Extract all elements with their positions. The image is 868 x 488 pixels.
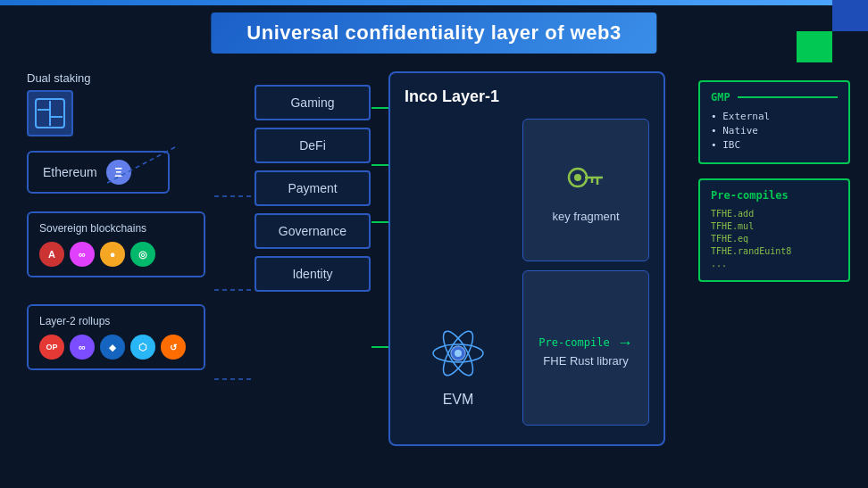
inco-layer-box: Inco Layer-1 EVM key [388,71,665,446]
gmp-item-native: Native [711,125,838,136]
precompile-item-add: TFHE.add [711,209,838,219]
precompile-item-rand: TFHE.randEuint8 [711,246,838,256]
sovereign-label: Sovereign blockchains [39,222,193,235]
gmp-title: GMP [711,91,730,103]
gmp-box: GMP External Native IBC [698,80,850,164]
evm-label: EVM [443,392,474,408]
gmp-divider [738,96,838,98]
gmp-item-external: External [711,111,838,122]
use-case-identity: Identity [255,256,371,292]
precompile-text: Pre-compile [538,336,609,349]
page-title: Universal confidentiality layer of web3 [246,21,621,45]
precompile-row: Pre-compile → [538,334,632,352]
corner-square-blue [832,0,868,31]
ethereum-icon: Ξ [106,160,131,185]
layer2-label: Layer-2 rollups [39,315,193,327]
svg-point-10 [574,174,581,181]
precompile-item-eq: TFHE.eq [711,234,838,244]
atom-icon [427,322,489,385]
use-case-governance: Governance [255,213,371,249]
use-cases-section: Gaming DeFi Payment Governance Identity [255,85,371,292]
use-case-payment: Payment [255,170,371,206]
chain-icon-5: ↺ [161,335,186,360]
svg-point-8 [455,350,462,357]
dual-staking-label: Dual staking [27,71,223,85]
sovereign-blockchains-box: Sovereign blockchains A ∞ ● ◎ [27,211,205,277]
arrow-right-icon: → [617,334,633,352]
gmp-item-ibc: IBC [711,139,838,151]
logo-icon [34,97,66,129]
chain-icon-polygon: ∞ [70,242,95,267]
left-section: Dual staking Ethereum Ξ Sovereign blockc… [27,71,223,370]
inco-title: Inco Layer-1 [405,87,649,106]
chain-icon-loop: ∞ [70,335,95,360]
chain-icon-op: OP [39,335,64,360]
corner-square-green [797,31,832,62]
use-case-gaming: Gaming [255,85,371,120]
logo-box [27,90,73,136]
right-section: GMP External Native IBC Pre-compiles TFH… [698,80,850,282]
layer2-rollups-box: Layer-2 rollups OP ∞ ◆ ⬡ ↺ [27,304,205,370]
sovereign-chain-icons: A ∞ ● ◎ [39,242,193,267]
fhe-panel: Pre-compile → FHE Rust library [522,270,649,426]
precompile-item-ellipsis: ... [711,259,838,269]
evm-section: EVM [405,119,512,426]
gmp-header: GMP [711,91,838,103]
chain-icon-base: ⬡ [130,335,155,360]
use-case-defi: DeFi [255,128,371,163]
key-icon [563,158,608,203]
precompiles-box: Pre-compiles TFHE.add TFHE.mul TFHE.eq T… [698,178,850,282]
key-fragment-panel: key fragment [522,119,649,261]
inco-inner-layout: EVM key fragment Pre-compile → FHE Rust … [405,119,649,426]
precompiles-title: Pre-compiles [711,189,838,202]
inco-right-panels: key fragment Pre-compile → FHE Rust libr… [522,119,649,426]
top-accent-bar [0,0,868,5]
corner-decoration [797,0,868,62]
ethereum-label: Ethereum [43,165,97,179]
chain-icon-solana: ◎ [130,242,155,267]
chain-icon-avax: A [39,242,64,267]
key-fragment-label: key fragment [552,210,619,223]
fhe-label: FHE Rust library [543,352,628,370]
page-title-bar: Universal confidentiality layer of web3 [211,12,656,54]
chain-icon-3: ● [100,242,125,267]
chain-icon-arb: ◆ [100,335,125,360]
ethereum-box: Ethereum Ξ [27,151,170,194]
precompile-item-mul: TFHE.mul [711,221,838,231]
layer2-chain-icons: OP ∞ ◆ ⬡ ↺ [39,335,193,360]
